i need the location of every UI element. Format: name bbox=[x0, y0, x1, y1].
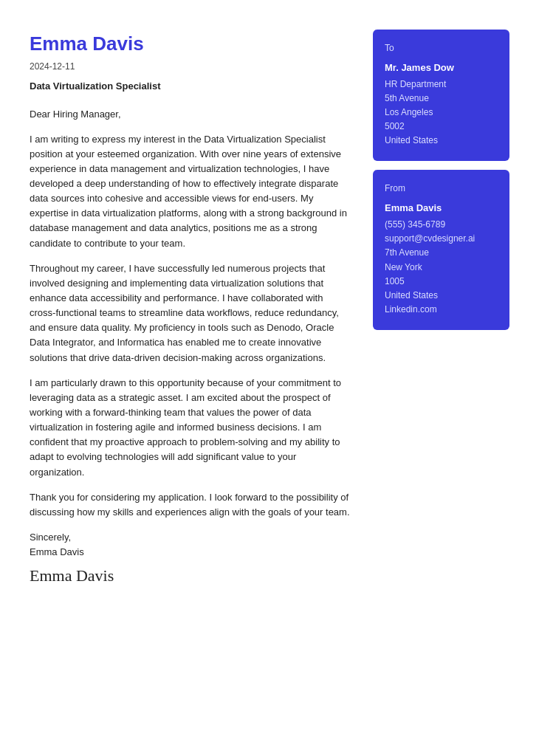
to-line-2: Los Angeles bbox=[385, 106, 498, 120]
from-line-1: support@cvdesigner.ai bbox=[385, 232, 498, 246]
applicant-name: Emma Davis bbox=[30, 30, 351, 58]
to-label: To bbox=[385, 41, 498, 55]
closing-line2: Emma Davis bbox=[30, 545, 351, 560]
from-lines: (555) 345-6789 support@cvdesigner.ai 7th… bbox=[385, 218, 498, 317]
from-label: From bbox=[385, 182, 498, 195]
signature: Emma Davis bbox=[30, 563, 351, 588]
to-line-3: 5002 bbox=[385, 120, 498, 134]
closing: Sincerely, Emma Davis bbox=[30, 530, 351, 559]
from-line-5: United States bbox=[385, 289, 498, 303]
to-line-4: United States bbox=[385, 134, 498, 148]
main-content: Emma Davis 2024-12-11 Data Virtualizatio… bbox=[30, 30, 351, 588]
to-card: To Mr. James Dow HR Department 5th Avenu… bbox=[373, 30, 509, 161]
paragraph-2: Throughout my career, I have successfull… bbox=[30, 261, 351, 365]
page-layout: Emma Davis 2024-12-11 Data Virtualizatio… bbox=[30, 30, 509, 588]
from-line-2: 7th Avenue bbox=[385, 246, 498, 260]
from-line-3: New York bbox=[385, 261, 498, 275]
from-line-4: 1005 bbox=[385, 275, 498, 289]
from-card: From Emma Davis (555) 345-6789 support@c… bbox=[373, 170, 509, 330]
closing-line1: Sincerely, bbox=[30, 530, 351, 545]
to-lines: HR Department 5th Avenue Los Angeles 500… bbox=[385, 78, 498, 148]
paragraph-1: I am writing to express my interest in t… bbox=[30, 132, 351, 251]
sidebar: To Mr. James Dow HR Department 5th Avenu… bbox=[373, 30, 509, 330]
recipient-name: Mr. James Dow bbox=[385, 61, 498, 75]
sender-name: Emma Davis bbox=[385, 201, 498, 216]
salutation: Dear Hiring Manager, bbox=[30, 107, 351, 122]
paragraph-4: Thank you for considering my application… bbox=[30, 490, 351, 520]
letter-body: Dear Hiring Manager, I am writing to exp… bbox=[30, 107, 351, 520]
paragraph-3: I am particularly drawn to this opportun… bbox=[30, 376, 351, 480]
from-line-0: (555) 345-6789 bbox=[385, 218, 498, 232]
job-title: Data Virtualization Specialist bbox=[30, 79, 351, 94]
letter-date: 2024-12-11 bbox=[30, 60, 351, 73]
to-line-1: 5th Avenue bbox=[385, 92, 498, 106]
from-line-6: Linkedin.com bbox=[385, 303, 498, 317]
to-line-0: HR Department bbox=[385, 78, 498, 92]
